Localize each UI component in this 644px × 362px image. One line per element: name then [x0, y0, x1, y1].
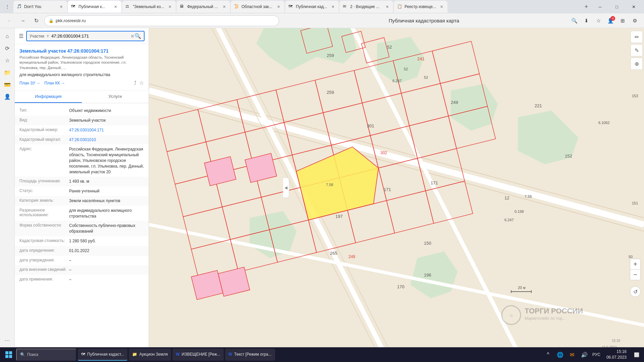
- zoom-out-button[interactable]: −: [630, 269, 641, 280]
- taskbar-notifications[interactable]: ⬜: [632, 350, 641, 359]
- info-label-3: Кадастровый квартал:: [19, 137, 66, 143]
- svg-text:12: 12: [504, 195, 509, 200]
- window-controls: ─ □ ✕: [592, 1, 641, 12]
- sidebar-history-icon[interactable]: ⟳: [2, 43, 13, 54]
- back-button[interactable]: ←: [4, 15, 15, 26]
- taskbar-lang-indicator[interactable]: РУС: [592, 350, 601, 359]
- forward-button[interactable]: →: [17, 15, 28, 26]
- info-value-3[interactable]: 47:26:0301010: [69, 137, 144, 143]
- map-area[interactable]: 259 52 241 52 52 6.247 259 153 249 221 6…: [149, 28, 644, 347]
- taskbar-item-word1[interactable]: W ИЗВЕЩЕНИЕ [Реж...: [172, 349, 223, 361]
- taskbar-item-browser[interactable]: 🗺 Публичная кадаст...: [78, 349, 127, 361]
- search-submit-button[interactable]: 🔍: [135, 33, 141, 39]
- tab-tab4[interactable]: 🏛 Федеральный ... ✕: [176, 1, 230, 13]
- maximize-button[interactable]: □: [609, 1, 625, 12]
- downloads-icon[interactable]: ⬇: [581, 15, 592, 26]
- info-row-9: Форма собственности: Собственность публи…: [15, 221, 149, 236]
- taskbar-clock[interactable]: 15:16 06.07.2023: [604, 349, 629, 360]
- new-tab-button[interactable]: +: [582, 2, 591, 11]
- map-right-panel: ✏ ✎ ⊕: [629, 28, 644, 72]
- bookmarks-icon[interactable]: ☆: [593, 15, 604, 26]
- tab-tab5[interactable]: 📜 Областной зак... ✕: [231, 1, 284, 13]
- tab-tab6[interactable]: 🗺 Публичная кад... ✕: [285, 1, 339, 13]
- map-edit-button[interactable]: ✎: [631, 44, 643, 56]
- svg-text:6.247: 6.247: [392, 79, 402, 83]
- svg-text:265: 265: [330, 251, 337, 256]
- address-bar[interactable]: 🔒 pkk.rosreestr.ru: [44, 15, 279, 26]
- tab-info[interactable]: Информация: [15, 90, 82, 103]
- tab-tab8[interactable]: 📋 Реестр извеще... ✕: [394, 1, 447, 13]
- browser-apps-icon[interactable]: ⊞: [617, 15, 628, 26]
- search-container: Участки ▼ ✕ 🔍: [26, 31, 145, 41]
- filter-label: Участки: [30, 34, 44, 39]
- tab-close-button[interactable]: ✕: [221, 4, 227, 9]
- sidebar-favorites-icon[interactable]: ☆: [2, 55, 13, 66]
- browser-frame: ⋮ 🎵 Don't You ✕ 🗺 Публичная к... ✕ ⚖ "Зе…: [0, 0, 644, 362]
- svg-text:249: 249: [348, 254, 355, 259]
- svg-text:197: 197: [335, 214, 343, 219]
- profile-icon[interactable]: 👤 4: [605, 15, 616, 26]
- tab-close-button[interactable]: ✕: [113, 4, 118, 9]
- start-button[interactable]: [3, 349, 15, 361]
- sidebar-wallet-icon[interactable]: 💳: [2, 79, 13, 90]
- taskbar-network-icon[interactable]: 🌐: [555, 350, 565, 359]
- sidebar-collections-icon[interactable]: 📁: [2, 67, 13, 78]
- sidebar-home-icon[interactable]: ⌂: [2, 31, 13, 42]
- tab-close-button[interactable]: ✕: [439, 4, 444, 9]
- svg-text:52: 52: [404, 67, 408, 71]
- taskbar-volume-icon[interactable]: 🔊: [580, 350, 589, 359]
- tab-close-button[interactable]: ✕: [384, 4, 390, 9]
- svg-text:20 м: 20 м: [518, 286, 526, 290]
- svg-text:170: 170: [397, 284, 405, 289]
- tab-tab7[interactable]: ✉ 2 · Входящие ... ✕: [339, 1, 393, 13]
- tab-close-button[interactable]: ✕: [276, 4, 281, 9]
- info-value-5: 1 493 кв. м: [69, 179, 144, 184]
- minimize-button[interactable]: ─: [592, 1, 608, 12]
- settings-icon[interactable]: ⚙: [629, 15, 640, 26]
- svg-text:⚖: ⚖: [510, 314, 513, 317]
- info-label-4: Адрес:: [19, 146, 66, 175]
- info-value-14: –: [69, 277, 144, 283]
- info-label-14: дата применения:: [19, 277, 66, 283]
- svg-rect-102: [5, 355, 8, 358]
- sidebar-user-icon[interactable]: 👤: [2, 91, 13, 102]
- svg-text:52: 52: [387, 45, 392, 50]
- search-input[interactable]: [51, 34, 130, 39]
- svg-text:6.1062: 6.1062: [598, 121, 610, 125]
- search-clear-button[interactable]: ✕: [130, 34, 135, 39]
- plan-kk-link[interactable]: План КК →: [44, 81, 65, 85]
- info-value-10: 1 280 580 руб.: [69, 238, 144, 244]
- taskbar-search[interactable]: 🔍 Поиск: [16, 349, 76, 361]
- collapse-sidebar-button[interactable]: ◀: [283, 178, 289, 198]
- map-compass-button[interactable]: ⊕: [631, 58, 643, 70]
- taskbar-item-auction[interactable]: 📁 Аукцион Земля: [129, 349, 171, 361]
- tab-close-button[interactable]: ✕: [58, 4, 64, 9]
- sidebar-feedback-icon[interactable]: …: [2, 334, 13, 345]
- info-value-2[interactable]: 47:26:0301004:171: [69, 127, 144, 133]
- search-nav-icon[interactable]: 🔍: [569, 15, 580, 26]
- tab-tab3[interactable]: ⚖ "Земельный ко... ✕: [122, 1, 176, 13]
- lock-icon: 🔒: [49, 18, 54, 23]
- map-pencil-button[interactable]: ✏: [631, 31, 643, 43]
- info-row-14: дата применения: –: [15, 275, 149, 285]
- bookmark-plot-button[interactable]: ☆: [139, 80, 144, 86]
- tab-close-button[interactable]: ✕: [330, 4, 335, 9]
- taskbar-item-word2[interactable]: W Текст [Режим огра...: [225, 349, 275, 361]
- tab-close-button[interactable]: ✕: [167, 4, 172, 9]
- tab-tab2[interactable]: 🗺 Публичная к... ✕: [68, 1, 121, 13]
- plan-zu-link[interactable]: План ЗУ →: [19, 81, 40, 85]
- zoom-in-button[interactable]: +: [630, 259, 641, 269]
- sidebar-toggle-button[interactable]: ☰: [19, 33, 23, 39]
- close-button[interactable]: ✕: [626, 1, 641, 12]
- browser-menu-btn[interactable]: ⋮: [3, 2, 12, 11]
- taskbar-date-display: 06.07.2023: [606, 355, 627, 360]
- refresh-button[interactable]: ↻: [31, 15, 42, 26]
- taskbar-chevron-icon[interactable]: ^: [543, 350, 553, 359]
- taskbar-mail-icon[interactable]: ✉: [568, 350, 577, 359]
- info-label-10: Кадастровая стоимость:: [19, 238, 66, 244]
- tab-services[interactable]: Услуги: [82, 90, 149, 103]
- map-rotate-button[interactable]: ↺: [630, 286, 641, 297]
- share-button[interactable]: ⤴: [134, 80, 137, 86]
- map-zoom-controls: + −: [630, 259, 641, 280]
- tab-tab1[interactable]: 🎵 Don't You ✕: [13, 1, 67, 13]
